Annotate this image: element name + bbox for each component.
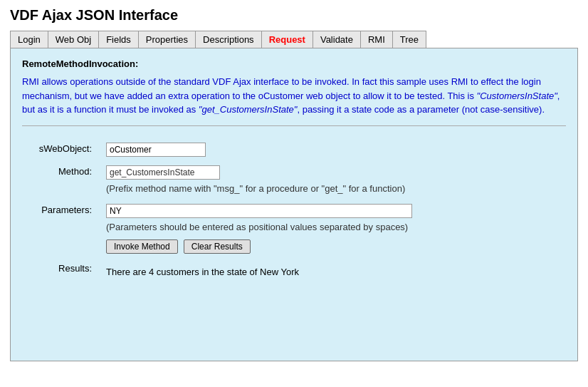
- description-text: RMI allows operations outside of the sta…: [22, 75, 566, 117]
- results-row: Results: There are 4 customers in the st…: [23, 259, 565, 281]
- parameters-row: Parameters: (Parameters should be entere…: [23, 200, 565, 257]
- tab-properties[interactable]: Properties: [139, 31, 196, 48]
- tab-request[interactable]: Request: [262, 31, 313, 48]
- parameters-hint: (Parameters should be entered as positio…: [106, 221, 562, 234]
- parameters-label: Parameters:: [41, 205, 92, 215]
- parameters-input[interactable]: [106, 204, 412, 218]
- tab-bar: Login Web Obj Fields Properties Descript…: [10, 31, 426, 48]
- form-table: sWebObject: Method: (Prefix method name …: [22, 138, 566, 282]
- tab-descriptions[interactable]: Descriptions: [196, 31, 262, 48]
- tab-login[interactable]: Login: [11, 31, 48, 48]
- clear-results-button[interactable]: Clear Results: [184, 239, 251, 254]
- tab-webobj[interactable]: Web Obj: [48, 31, 99, 48]
- tab-validate[interactable]: Validate: [313, 31, 361, 48]
- results-label: Results:: [58, 263, 92, 274]
- method-label: Method:: [58, 166, 92, 177]
- divider: [22, 125, 566, 126]
- invoke-method-button[interactable]: Invoke Method: [106, 239, 178, 254]
- swebobject-label: sWebObject:: [39, 143, 92, 154]
- method-hint: (Prefix method name with "msg_" for a pr…: [106, 182, 562, 195]
- page-title: VDF Ajax JSON Interface: [10, 7, 578, 24]
- results-value: There are 4 customers in the state of Ne…: [106, 262, 562, 277]
- method-input[interactable]: [106, 165, 220, 180]
- section-title: RemoteMethodInvocation:: [22, 58, 566, 69]
- tab-rmi[interactable]: RMI: [361, 31, 393, 48]
- tab-tree[interactable]: Tree: [393, 31, 426, 48]
- method-row: Method: (Prefix method name with "msg_" …: [23, 162, 565, 199]
- swebobject-row: sWebObject:: [23, 139, 565, 160]
- tab-fields[interactable]: Fields: [99, 31, 139, 48]
- swebobject-input[interactable]: [106, 143, 206, 157]
- main-panel: RemoteMethodInvocation: RMI allows opera…: [10, 48, 578, 361]
- button-row: Invoke Method Clear Results: [106, 239, 562, 254]
